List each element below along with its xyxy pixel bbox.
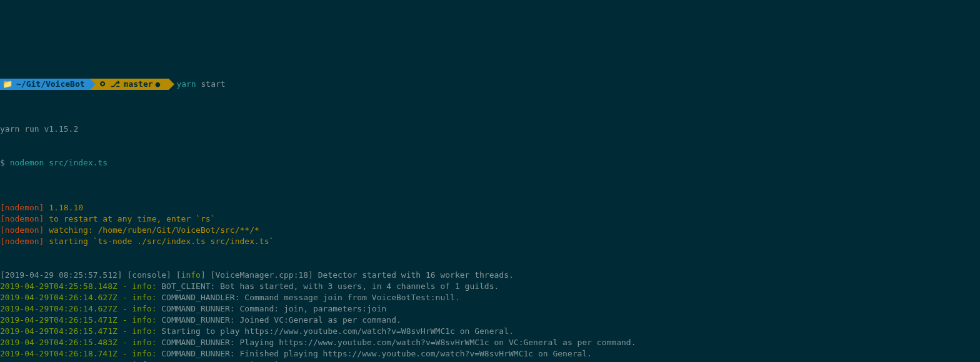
nodemon-line: [nodemon] 1.18.10 (0, 202, 980, 213)
prompt-branch: master (124, 79, 153, 90)
nodemon-prefix: [nodemon] (0, 237, 49, 246)
log-line: 2019-04-29T04:25:58.148Z - info: BOT_CLI… (0, 281, 980, 292)
log-ts: 2019-04-29T04:26:14.627Z - (0, 304, 132, 313)
branch-icon: ⎇ (111, 79, 120, 90)
prompt-path-segment: 📁~/Git/VoiceBot (0, 79, 90, 90)
log-line: 2019-04-29T04:26:15.471Z - info: Startin… (0, 326, 980, 337)
log-msg: BOT_CLIENT: Bot has started, with 3 user… (161, 281, 499, 291)
log-ts: 2019-04-29T04:26:18.741Z - (0, 349, 132, 358)
nodemon-msg: watching: /home/ruben/Git/VoiceBot/src/*… (49, 225, 259, 235)
log-level: info: (132, 315, 161, 325)
prompt-command: yarn start (169, 79, 225, 90)
log-ts: 2019-04-29T04:26:15.471Z - (0, 326, 132, 336)
log-level: info: (132, 304, 161, 313)
log-msg: COMMAND_RUNNER: Joined VC:General as per… (161, 315, 401, 325)
log-line: 2019-04-29T04:26:14.627Z - info: COMMAND… (0, 303, 980, 315)
log-line: 2019-04-29T04:26:15.471Z - info: COMMAND… (0, 315, 980, 326)
nodemon-msg: 1.18.10 (49, 203, 83, 212)
log-level: info: (132, 338, 161, 347)
log-level: info: (132, 349, 161, 358)
terminal[interactable]: 📁~/Git/VoiceBot ⭘⎇master ● yarn start ya… (0, 45, 980, 362)
prompt-path: ~/Git/VoiceBot (16, 79, 85, 90)
log-ts: 2019-04-29T04:26:15.471Z - (0, 315, 132, 325)
git-icon: ⭘ (99, 79, 107, 90)
prompt-git-segment: ⭘⎇master ● (90, 79, 169, 90)
dirty-icon: ● (156, 79, 161, 90)
yarn-run-line: yarn run v1.15.2 (0, 124, 980, 135)
log-level: info: (132, 293, 161, 302)
log-ts: 2019-04-29T04:26:15.483Z - (0, 338, 132, 347)
log-msg: COMMAND_HANDLER: Command message join fr… (161, 293, 459, 302)
log-ts: 2019-04-29T04:25:58.148Z - (0, 281, 132, 291)
nodemon-line: [nodemon] to restart at any time, enter … (0, 213, 980, 225)
log-line: 2019-04-29T04:26:14.627Z - info: COMMAND… (0, 292, 980, 303)
prompt-line: 📁~/Git/VoiceBot ⭘⎇master ● yarn start (0, 79, 980, 90)
log-level: info: (132, 326, 161, 336)
folder-icon: 📁 (2, 79, 12, 90)
log-line: 2019-04-29T04:26:18.741Z - info: COMMAND… (0, 348, 980, 360)
log-src: [console] (128, 270, 176, 280)
log-msg: COMMAND_RUNNER: Command: join, parameter… (161, 304, 386, 313)
nodemon-prefix: [nodemon] (0, 225, 49, 235)
log-msg: COMMAND_RUNNER: Finished playing https:/… (161, 349, 592, 358)
nodemon-prefix: [nodemon] (0, 203, 49, 212)
nodemon-prefix: [nodemon] (0, 214, 49, 223)
log-line: 2019-04-29T04:26:15.483Z - info: COMMAND… (0, 337, 980, 348)
nodemon-msg: starting `ts-node ./src/index.ts src/ind… (49, 237, 274, 246)
log-msg: Starting to play https://www.youtube.com… (161, 326, 514, 336)
log-ts: 2019-04-29T04:26:14.627Z - (0, 293, 132, 302)
log-line: [2019-04-29 08:25:57.512] [console] [inf… (0, 270, 980, 281)
log-level: info (181, 270, 201, 280)
nodemon-line: [nodemon] starting `ts-node ./src/index.… (0, 236, 980, 247)
log-line: 2019-04-29T04:26:25.248Z - info: COMMAND… (0, 360, 980, 362)
nodemon-line: [nodemon] watching: /home/ruben/Git/Voic… (0, 225, 980, 236)
nodemon-msg: to restart at any time, enter `rs` (49, 214, 215, 223)
exec-line: $ nodemon src/index.ts (0, 157, 980, 169)
log-msg: COMMAND_RUNNER: Playing https://www.yout… (161, 338, 636, 347)
log-ts: [2019-04-29 08:25:57.512] (0, 270, 128, 280)
log-msg: [VoiceManager.cpp:18] Detector started w… (211, 270, 514, 280)
log-level: info: (132, 281, 161, 291)
